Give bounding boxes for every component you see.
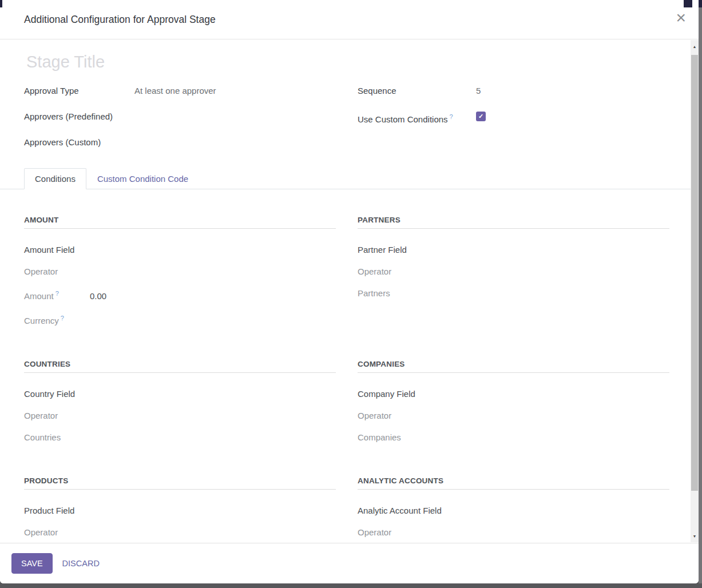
section-companies-title: COMPANIES — [358, 360, 669, 373]
conditions-panel: AMOUNT Amount Field Operator Amount? 0.0… — [0, 189, 693, 543]
section-partners: PARTNERS Partner Field Operator Partners — [358, 216, 669, 337]
field-analytic-account-field[interactable]: Analytic Account Field — [358, 505, 669, 517]
field-approvers-predefined[interactable]: Approvers (Predefined) — [24, 111, 336, 122]
field-product-field[interactable]: Product Field — [24, 505, 336, 517]
section-products: PRODUCTS Product Field Operator Products — [24, 476, 336, 543]
help-icon: ? — [450, 113, 453, 120]
field-country-operator[interactable]: Operator — [24, 410, 336, 422]
approvers-custom-label: Approvers (Custom) — [24, 137, 134, 148]
sequence-label: Sequence — [358, 85, 476, 97]
field-company-operator[interactable]: Operator — [358, 410, 669, 422]
field-country-field[interactable]: Country Field — [24, 388, 336, 400]
top-form: Approval Type At least one approver Appr… — [0, 75, 693, 162]
section-products-title: PRODUCTS — [24, 476, 336, 490]
backdrop-navbar-sliver-right — [684, 0, 692, 7]
section-countries-title: COUNTRIES — [24, 360, 336, 373]
approval-stage-dialog: Additional Configuration for Approval St… — [0, 0, 699, 583]
save-button[interactable]: SAVE — [11, 553, 53, 574]
help-icon: ? — [61, 315, 64, 321]
checkmark-icon: ✓ — [478, 113, 483, 120]
help-icon: ? — [55, 290, 59, 297]
stage-title-input[interactable] — [24, 49, 425, 75]
approval-type-label: Approval Type — [24, 85, 134, 97]
field-amount-field[interactable]: Amount Field — [24, 244, 336, 256]
field-approval-type[interactable]: Approval Type At least one approver — [24, 85, 336, 97]
section-companies: COMPANIES Company Field Operator Compani… — [358, 360, 669, 454]
notebook-tabbar: Conditions Custom Condition Code — [0, 168, 693, 189]
use-custom-conditions-label: Use Custom Conditions? — [358, 111, 476, 125]
dialog-header: Additional Configuration for Approval St… — [0, 0, 699, 39]
section-analytic-accounts-title: ANALYTIC ACCOUNTS — [358, 476, 669, 490]
discard-button[interactable]: DISCARD — [62, 559, 100, 568]
backdrop-navbar-sliver-left — [0, 0, 2, 7]
dialog-footer: SAVE DISCARD — [0, 543, 699, 583]
field-partners[interactable]: Partners — [358, 288, 669, 299]
section-countries: COUNTRIES Country Field Operator Countri… — [24, 360, 336, 454]
use-custom-conditions-checkbox[interactable]: ✓ — [476, 112, 486, 121]
backdrop-strip-right — [699, 0, 702, 583]
dialog-title: Additional Configuration for Approval St… — [24, 14, 216, 25]
amount-value[interactable]: 0.00 — [90, 291, 106, 302]
field-currency[interactable]: Currency? — [24, 312, 336, 327]
dialog-body: Approval Type At least one approver Appr… — [0, 40, 693, 543]
section-partners-title: PARTNERS — [358, 216, 669, 229]
top-form-right-column: Sequence 5 Use Custom Conditions? ✓ — [358, 85, 669, 162]
section-amount-title: AMOUNT — [24, 216, 336, 229]
field-amount[interactable]: Amount? 0.00 — [24, 288, 336, 302]
field-product-operator[interactable]: Operator — [24, 527, 336, 538]
field-partner-field[interactable]: Partner Field — [358, 244, 669, 256]
field-countries[interactable]: Countries — [24, 432, 336, 443]
field-use-custom-conditions: Use Custom Conditions? ✓ — [358, 111, 669, 125]
scrollbar-thumb[interactable] — [691, 55, 698, 491]
scroll-up-icon[interactable]: ▲ — [691, 42, 699, 50]
sequence-value[interactable]: 5 — [476, 85, 481, 97]
field-sequence[interactable]: Sequence 5 — [358, 85, 669, 97]
tab-custom-condition-code[interactable]: Custom Condition Code — [86, 168, 199, 189]
field-amount-operator[interactable]: Operator — [24, 266, 336, 277]
top-form-left-column: Approval Type At least one approver Appr… — [24, 85, 336, 162]
field-companies[interactable]: Companies — [358, 432, 669, 443]
close-icon[interactable]: × — [676, 9, 686, 26]
vertical-scrollbar[interactable]: ▲ ▼ — [691, 40, 699, 542]
tab-conditions[interactable]: Conditions — [24, 168, 86, 189]
section-amount: AMOUNT Amount Field Operator Amount? 0.0… — [24, 216, 336, 337]
field-analytic-operator[interactable]: Operator — [358, 527, 669, 538]
section-analytic-accounts: ANALYTIC ACCOUNTS Analytic Account Field… — [358, 476, 669, 543]
field-partner-operator[interactable]: Operator — [358, 266, 669, 277]
scroll-down-icon[interactable]: ▼ — [691, 532, 699, 540]
approvers-predefined-label: Approvers (Predefined) — [24, 111, 134, 122]
approval-type-value[interactable]: At least one approver — [134, 85, 216, 97]
field-approvers-custom[interactable]: Approvers (Custom) — [24, 137, 336, 148]
field-company-field[interactable]: Company Field — [358, 388, 669, 400]
